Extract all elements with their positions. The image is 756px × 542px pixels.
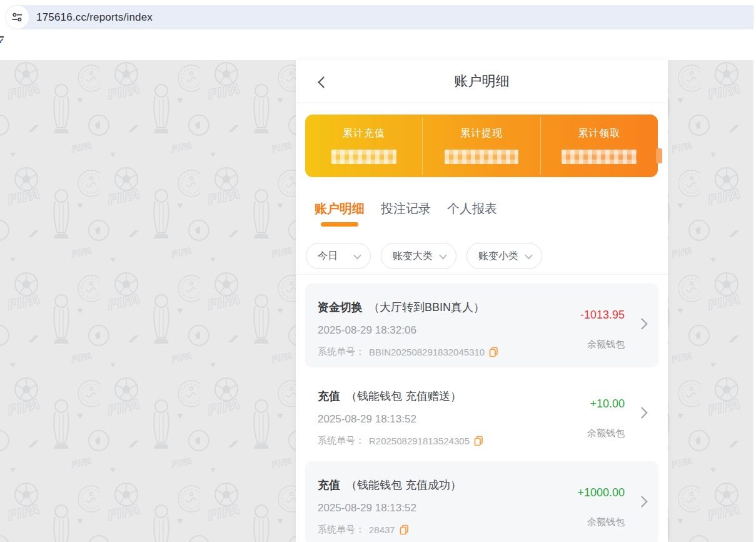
tab-personal-report[interactable]: 个人报表 <box>447 199 497 227</box>
txn-amount-col: -1013.95 余额钱包 <box>540 300 646 367</box>
txn-amount-col: +10.00 余额钱包 <box>540 389 646 456</box>
summary-label: 累计领取 <box>541 127 658 140</box>
transaction-row[interactable]: 充值（钱能钱包 充值赠送） 2025-08-29 18:13:52 系统单号：R… <box>305 372 658 456</box>
summary-col-claim: 累计领取 <box>540 118 658 175</box>
txn-detail: （钱能钱包 充值赠送） <box>346 390 461 402</box>
chevron-down-icon <box>353 251 361 259</box>
summary-label: 累计提现 <box>423 127 540 140</box>
screen: 175616.cc/reports/index <box>0 0 756 542</box>
filter-bar: 今日 账变大类 账变小类 <box>306 243 658 269</box>
clipped-text-fragment <box>0 36 7 48</box>
transaction-list: 资金切换（大厅转到BBIN真人） 2025-08-29 18:32:06 系统单… <box>305 284 658 542</box>
site-settings-chip[interactable] <box>6 6 29 29</box>
divider <box>296 274 668 275</box>
blurred-value <box>331 150 396 164</box>
txn-order: 系统单号：BBIN202508291832045310 <box>318 346 540 358</box>
copy-icon[interactable] <box>489 347 498 357</box>
back-button[interactable] <box>316 76 331 91</box>
txn-wallet: 余额钱包 <box>587 427 625 439</box>
chevron-down-icon <box>439 251 447 259</box>
chevron-left-icon <box>318 76 329 88</box>
txn-time: 2025-08-29 18:32:06 <box>318 324 540 337</box>
txn-order: 系统单号：R202508291813524305 <box>318 435 540 447</box>
url-text[interactable]: 175616.cc/reports/index <box>36 11 153 24</box>
summary-col-withdraw: 累计提现 <box>422 118 540 175</box>
txn-time: 2025-08-29 18:13:52 <box>318 502 540 514</box>
panel-header: 账户明细 <box>296 60 668 103</box>
summary-label: 累计充值 <box>305 127 422 140</box>
filter-minor-type-dropdown[interactable]: 账变小类 <box>466 243 542 269</box>
order-number: R202508291813524305 <box>369 436 470 446</box>
order-label: 系统单号： <box>318 346 365 358</box>
txn-info: 充值（钱能钱包 充值成功） 2025-08-29 18:13:52 系统单号：2… <box>318 478 540 542</box>
txn-info: 资金切换（大厅转到BBIN真人） 2025-08-29 18:32:06 系统单… <box>318 300 540 367</box>
txn-amount-col: +1000.00 余额钱包 <box>540 478 646 542</box>
txn-info: 充值（钱能钱包 充值赠送） 2025-08-29 18:13:52 系统单号：R… <box>318 389 540 456</box>
txn-title: 资金切换（大厅转到BBIN真人） <box>318 300 540 315</box>
txn-wallet: 余额钱包 <box>587 516 625 528</box>
page-title: 账户明细 <box>455 72 510 91</box>
copy-icon[interactable] <box>400 524 409 535</box>
filter-date-dropdown[interactable]: 今日 <box>306 243 371 269</box>
txn-type: 资金切换 <box>318 301 363 314</box>
txn-type: 充值 <box>318 390 340 402</box>
summary-col-deposit: 累计充值 <box>305 118 422 175</box>
filter-label: 账变大类 <box>393 250 433 263</box>
order-label: 系统单号： <box>318 435 365 447</box>
account-detail-panel: 账户明细 累计充值 累计提现 累计领取 账户明细 投注记录 个人报表 <box>296 60 668 542</box>
tab-bet-records[interactable]: 投注记录 <box>381 199 431 227</box>
tab-account-detail[interactable]: 账户明细 <box>315 199 365 227</box>
txn-amount: +10.00 <box>590 397 625 411</box>
copy-icon[interactable] <box>474 436 483 446</box>
txn-order: 系统单号：28437 <box>318 524 540 536</box>
carousel-peek-tab <box>656 148 662 163</box>
blurred-value <box>562 150 637 164</box>
blurred-value <box>445 150 518 164</box>
address-bar[interactable]: 175616.cc/reports/index <box>5 5 756 29</box>
txn-wallet: 余额钱包 <box>587 339 625 350</box>
order-label: 系统单号： <box>318 524 365 536</box>
txn-time: 2025-08-29 18:13:52 <box>318 413 540 426</box>
filter-label: 账变小类 <box>478 250 518 263</box>
filter-major-type-dropdown[interactable]: 账变大类 <box>381 243 456 269</box>
txn-title: 充值（钱能钱包 充值成功） <box>318 478 540 493</box>
window-edge <box>753 0 756 542</box>
txn-title: 充值（钱能钱包 充值赠送） <box>318 389 540 404</box>
txn-amount: +1000.00 <box>577 486 625 499</box>
order-number: 28437 <box>369 524 395 535</box>
transaction-row[interactable]: 资金切换（大厅转到BBIN真人） 2025-08-29 18:32:06 系统单… <box>305 284 658 367</box>
txn-type: 充值 <box>318 479 340 491</box>
filter-label: 今日 <box>318 250 338 263</box>
txn-detail: （大厅转到BBIN真人） <box>368 301 485 314</box>
transaction-row[interactable]: 充值（钱能钱包 充值成功） 2025-08-29 18:13:52 系统单号：2… <box>305 461 658 542</box>
summary-card: 累计充值 累计提现 累计领取 <box>305 115 658 177</box>
txn-amount: -1013.95 <box>580 309 625 322</box>
chevron-down-icon <box>525 251 533 259</box>
tune-icon <box>11 11 23 23</box>
txn-detail: （钱能钱包 充值成功） <box>346 479 461 491</box>
tab-bar: 账户明细 投注记录 个人报表 <box>315 199 649 227</box>
order-number: BBIN202508291832045310 <box>369 347 485 357</box>
